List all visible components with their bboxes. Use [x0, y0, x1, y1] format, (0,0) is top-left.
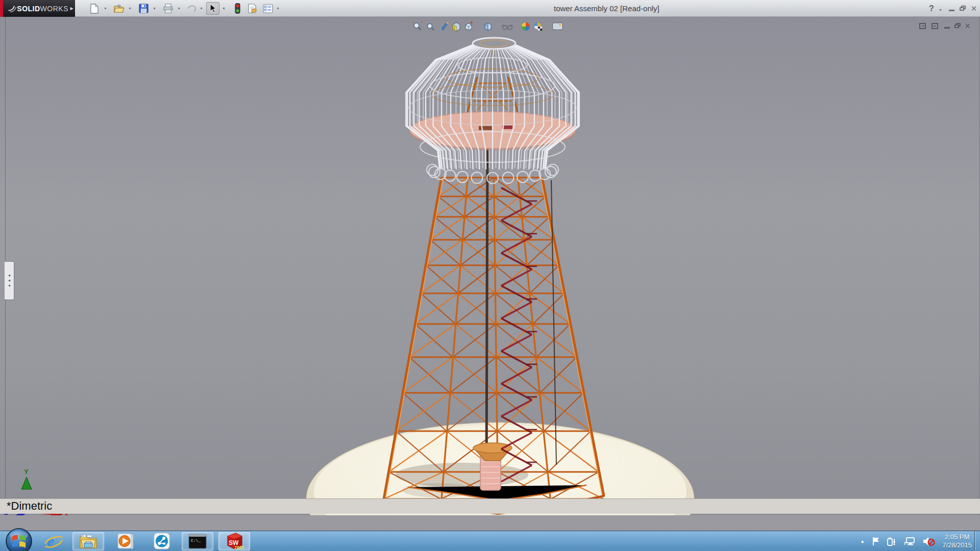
help-button[interactable]: ?	[926, 4, 937, 13]
select-cursor-icon	[209, 4, 217, 13]
right-panel-arrow-icon: ▸	[934, 24, 936, 28]
axis-label-y: Y	[24, 468, 29, 475]
panel-splitter-handle[interactable]: ◂ ◂ ◂	[5, 261, 14, 300]
sw-year-text: 2015	[234, 545, 244, 550]
taskbar-command-prompt[interactable]: C:\_	[182, 532, 213, 550]
view-settings-icon	[552, 22, 563, 32]
options-list-icon	[263, 4, 273, 13]
save-floppy-icon	[139, 4, 149, 13]
collapse-left-panel-button[interactable]: ◂	[918, 21, 927, 30]
edit-appearance-button[interactable]	[520, 20, 532, 33]
undo-button[interactable]	[185, 2, 198, 15]
taskbar-internet-explorer[interactable]: e	[38, 532, 69, 550]
section-view-icon	[451, 21, 461, 32]
apply-scene-icon	[533, 21, 543, 32]
view-settings-button[interactable]	[551, 20, 564, 33]
graphics-viewport[interactable]: ◂ ◂ ◂	[0, 17, 980, 515]
taskbar-windows-explorer[interactable]	[72, 532, 104, 550]
close-button[interactable]: ✕	[969, 4, 979, 13]
left-panel-arrow-icon: ◂	[921, 24, 923, 28]
doc-minimize-button[interactable]	[942, 21, 952, 30]
hide-show-items-button[interactable]	[501, 20, 513, 33]
windows-taskbar: e	[0, 531, 980, 551]
action-center-flag-icon[interactable]	[872, 537, 880, 546]
hide-show-items-glasses-icon	[502, 22, 513, 31]
view-orientation-button[interactable]	[462, 20, 475, 33]
new-document-icon	[90, 4, 99, 14]
window-title: tower Assembly 02 [Read-only]	[554, 0, 659, 17]
edit-appearance-icon	[521, 21, 531, 32]
display-style-icon	[483, 21, 493, 32]
volume-muted-icon[interactable]	[923, 536, 935, 546]
undo-dropdown[interactable]: ▾	[198, 2, 205, 15]
network-icon[interactable]	[904, 537, 916, 546]
print-dropdown[interactable]: ▾	[176, 2, 182, 15]
taskbar-share-app[interactable]	[146, 532, 178, 550]
select-dropdown[interactable]: ▾	[220, 2, 227, 15]
expand-right-panel-button[interactable]: ▸	[930, 21, 940, 30]
apply-scene-button[interactable]	[532, 20, 544, 33]
open-folder-icon	[114, 4, 125, 13]
share-app-icon	[153, 533, 171, 550]
windows-start-icon	[5, 528, 33, 551]
open-dropdown[interactable]: ▾	[127, 2, 133, 15]
title-bar: SOLIDWORKS ▶ ▾ ▾	[0, 0, 980, 17]
section-view-button[interactable]	[450, 20, 462, 33]
help-dropdown[interactable]: ▾	[937, 4, 944, 16]
previous-view-button[interactable]	[438, 20, 450, 33]
undo-icon	[186, 4, 197, 13]
clock-date: 7/28/2015	[942, 541, 972, 549]
rebuild-traffic-light-icon	[235, 3, 240, 14]
windows-explorer-icon	[79, 534, 97, 549]
select-button[interactable]	[206, 2, 219, 15]
save-button[interactable]	[137, 2, 150, 15]
save-dropdown[interactable]: ▾	[151, 2, 158, 15]
new-document-button[interactable]	[88, 2, 101, 15]
internet-explorer-icon: e	[44, 533, 63, 550]
restore-button[interactable]	[958, 4, 968, 13]
taskbar-solidworks[interactable]: SW 2015	[218, 532, 250, 550]
taskbar-media-player[interactable]	[109, 532, 141, 550]
view-orientation-label: *Dimetric	[7, 499, 52, 513]
new-document-dropdown[interactable]: ▾	[102, 2, 109, 15]
taskbar-clock[interactable]: 2:05 PM 7/28/2015	[942, 533, 972, 549]
show-hidden-icons-button[interactable]: ▲	[860, 539, 865, 544]
clock-time: 2:05 PM	[942, 533, 972, 541]
print-icon	[163, 4, 174, 13]
cmd-prompt-text: C:\_	[191, 538, 201, 543]
logo-expand-arrow[interactable]: ▶	[68, 0, 75, 17]
brand-bold: SOLID	[17, 5, 40, 13]
power-plug-icon[interactable]	[887, 537, 897, 546]
brand-light: WORKS	[40, 5, 68, 13]
doc-restore-button[interactable]	[952, 21, 962, 30]
zoom-to-area-icon	[425, 21, 435, 32]
display-style-button[interactable]	[482, 20, 494, 33]
model-tower-wardenclyffe[interactable]	[0, 17, 980, 515]
solidworks-screen: SOLIDWORKS ▶ ▾ ▾	[0, 0, 980, 551]
command-prompt-icon: C:\_	[188, 534, 207, 549]
previous-view-icon	[439, 21, 449, 32]
print-button[interactable]	[161, 2, 175, 15]
system-tray: ▲ 2:05 PM	[860, 531, 972, 551]
media-player-icon	[116, 533, 134, 550]
options-button[interactable]	[261, 2, 275, 15]
zoom-to-fit-button[interactable]	[411, 20, 424, 33]
splitter-arrow-icon: ◂	[8, 273, 10, 278]
file-properties-button[interactable]	[246, 2, 259, 15]
options-dropdown[interactable]: ▾	[275, 2, 281, 15]
rebuild-button[interactable]	[231, 2, 244, 15]
doc-close-button[interactable]: ✕	[963, 21, 972, 30]
file-properties-icon	[248, 4, 258, 13]
show-desktop-button[interactable]	[974, 531, 980, 551]
minimize-icon	[949, 10, 954, 11]
splitter-arrow-icon: ◂	[8, 283, 10, 288]
solidworks-logo: SOLIDWORKS	[3, 0, 68, 17]
splitter-arrow-icon: ◂	[8, 278, 10, 283]
restore-icon	[960, 6, 966, 11]
minimize-button[interactable]	[946, 4, 957, 13]
zoom-to-area-button[interactable]	[424, 20, 436, 33]
status-strip: *Dimetric	[0, 498, 980, 514]
doc-restore-icon	[954, 23, 961, 29]
start-button[interactable]	[5, 528, 33, 551]
open-button[interactable]	[112, 2, 126, 15]
